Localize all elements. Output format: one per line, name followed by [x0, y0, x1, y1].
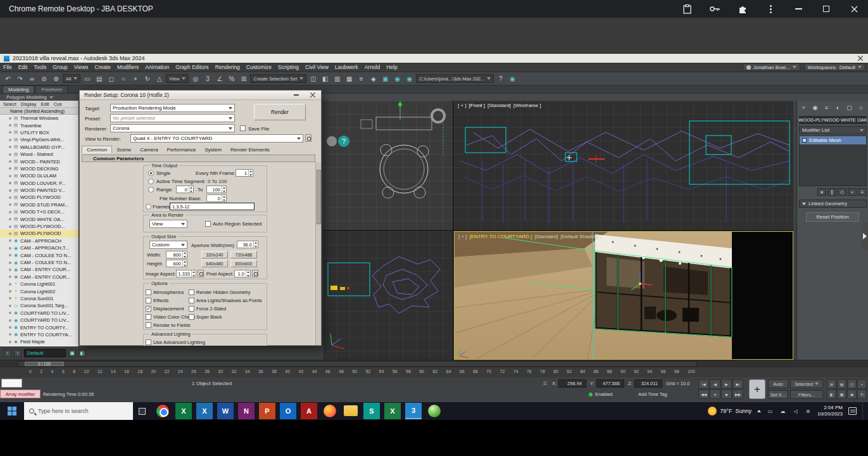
window-crossing-icon[interactable]: ○ — [118, 73, 129, 84]
view-to-render-select[interactable]: Quad 4 - ENTRY TO COURTYARD — [130, 134, 303, 142]
render-setup-tab[interactable]: Scene — [112, 146, 135, 153]
viewport-camera-label[interactable]: [ + ] [ENTRY TO COURTYARD ] [Standard] [… — [458, 234, 601, 239]
visibility-dot-icon[interactable] — [9, 225, 11, 228]
reference-coordinate-dropdown[interactable]: View — [166, 74, 189, 83]
taskbar-app-sheets[interactable]: X — [384, 403, 401, 419]
menu-item[interactable]: Graph Editors — [172, 64, 211, 70]
curve-editor-icon[interactable]: ≡ — [356, 73, 367, 84]
visibility-dot-icon[interactable] — [9, 305, 11, 307]
playback-button[interactable]: |◀ — [698, 379, 709, 389]
area-to-render-select[interactable]: View — [149, 220, 187, 228]
explorer-row[interactable]: ▤ WOOD DECKING — [0, 165, 79, 172]
playback-button[interactable]: ◀◀ — [698, 390, 709, 399]
modifier-stack-item[interactable]: Editable Mesh — [800, 136, 866, 144]
taskbar-app-corona[interactable] — [428, 405, 441, 417]
select-and-move-icon[interactable]: + — [130, 73, 141, 84]
percent-snap-icon[interactable]: % — [226, 73, 237, 84]
visibility-dot-icon[interactable] — [9, 175, 11, 177]
explorer-row[interactable]: ♣ Field Maple — [0, 338, 79, 345]
y-coordinate-field[interactable]: 477.566 — [596, 379, 624, 388]
explorer-row[interactable]: ▤ WOOD PLYWOOD — [0, 194, 79, 201]
render-setup-tab[interactable]: Camera — [135, 146, 162, 153]
explorer-row[interactable]: ◇ Corona Sun001.Targ... — [0, 302, 79, 309]
redo-icon[interactable]: ↷ — [15, 73, 25, 84]
key-icon[interactable] — [710, 4, 720, 14]
isolate-toggle-icon[interactable]: ▣ — [68, 350, 76, 357]
key-filters-button[interactable]: Filters... — [790, 390, 823, 399]
visibility-dot-icon[interactable] — [9, 290, 11, 293]
render-icon[interactable]: ◉ — [507, 73, 518, 84]
scrollbar-thumb[interactable] — [317, 170, 321, 224]
ribbon-tab-modeling[interactable]: Modeling — [3, 86, 34, 93]
explorer-menu-item[interactable]: Select — [3, 101, 16, 107]
layout-button[interactable]: ◉ — [847, 390, 857, 399]
render-production-icon[interactable]: ◉ — [404, 73, 415, 84]
clipboard-icon[interactable] — [682, 4, 692, 14]
visibility-dot-icon[interactable] — [9, 312, 11, 314]
dialog-close-button[interactable] — [309, 91, 317, 99]
width-spinner[interactable]: 800 — [166, 251, 187, 258]
range-from-spinner[interactable]: 0 — [176, 186, 194, 193]
explorer-row[interactable]: ▤ WOOD - PAINTED — [0, 158, 79, 165]
viewport-top-left[interactable]: ? — [323, 101, 453, 230]
use-pivot-center-icon[interactable]: ◎ — [190, 73, 201, 84]
visibility-dot-icon[interactable] — [9, 326, 11, 329]
playback-button[interactable]: ▶▶ — [733, 390, 743, 399]
preset-select[interactable]: No preset selected — [110, 114, 235, 122]
menu-item[interactable]: Help — [383, 64, 400, 70]
select-and-link-icon[interactable]: ∞ — [27, 73, 37, 84]
user-account-button[interactable]: Jonathan Boel... — [743, 63, 800, 71]
explorer-row[interactable]: ▤ WOOD T+G DECK... — [0, 208, 79, 215]
visibility-dot-icon[interactable] — [9, 196, 11, 199]
menu-item[interactable]: Arnold — [362, 64, 384, 70]
playback-button[interactable]: ■ — [721, 390, 732, 399]
align-icon[interactable]: ◧ — [320, 73, 330, 84]
show-desktop-button[interactable] — [862, 402, 864, 420]
bind-to-space-warp-icon[interactable]: ⊕ — [51, 73, 61, 84]
menu-item[interactable]: Tools — [30, 64, 49, 70]
linked-geometry-rollout[interactable]: Linked Geometry — [799, 200, 867, 208]
visibility-dot-icon[interactable] — [9, 189, 11, 192]
preset-800x600-button[interactable]: 800x600 — [230, 260, 257, 267]
render-setup-tab[interactable]: Common — [82, 146, 112, 153]
task-view-button[interactable] — [133, 402, 151, 420]
visibility-dot-icon[interactable] — [9, 218, 11, 220]
explorer-row[interactable]: ◉ ENTRY TO COURTYA... — [0, 331, 79, 338]
output-size-select[interactable]: Custom — [149, 241, 187, 249]
range-to-spinner[interactable]: 100 — [206, 186, 227, 193]
visibility-dot-icon[interactable] — [9, 283, 11, 286]
single-radio[interactable] — [148, 170, 154, 176]
viewport-front-label[interactable]: [ + ] [Front ] [Standard] [Wireframe ] — [458, 103, 541, 108]
file-number-base-spinner[interactable]: 0 — [206, 194, 227, 202]
maxscript-mini-listener[interactable] — [1, 379, 22, 388]
mirror-icon[interactable]: ◫ — [308, 73, 318, 84]
taskbar-search-input[interactable]: Type here to search — [24, 402, 133, 420]
set-key-button[interactable]: Set K... — [768, 390, 788, 399]
render-setup-tab[interactable]: System — [200, 146, 226, 153]
visibility-dot-icon[interactable] — [9, 167, 11, 170]
explorer-row[interactable]: ◉ CAM - COULEE TO N... — [0, 251, 79, 258]
visibility-dot-icon[interactable] — [9, 211, 11, 213]
taskbar-app-firefox[interactable] — [324, 405, 336, 417]
image-aspect-lock-icon[interactable] — [198, 270, 204, 277]
dialog-scrollbar[interactable] — [315, 162, 321, 345]
configure-modifier-sets-icon[interactable]: ≡ — [858, 188, 867, 196]
pixel-aspect-lock-icon[interactable] — [252, 270, 258, 277]
explorer-row[interactable]: ▤ WOOD WHITE OA... — [0, 215, 79, 222]
explorer-row[interactable]: * Corona Sun001 — [0, 295, 79, 302]
hierarchy-tab-icon[interactable]: ≡ — [822, 103, 831, 111]
maximize-button[interactable] — [821, 4, 831, 14]
preset-720x486-button[interactable]: 720x486 — [230, 251, 257, 258]
select-object-icon[interactable]: ▭ — [82, 73, 92, 84]
explorer-sort-header[interactable]: Name (Sorted Ascending) — [0, 108, 79, 115]
visibility-dot-icon[interactable] — [9, 124, 11, 127]
visibility-dot-icon[interactable] — [9, 160, 11, 163]
select-and-rotate-icon[interactable]: ↻ — [142, 73, 153, 84]
render-setup-icon[interactable]: ▣ — [380, 73, 391, 84]
render-hidden-geometry-checkbox[interactable] — [189, 289, 194, 295]
active-time-segment-radio[interactable] — [148, 179, 154, 184]
action-center-icon[interactable] — [848, 407, 857, 415]
save-file-checkbox[interactable] — [240, 125, 246, 131]
viewport-camera[interactable]: [ + ] [ENTRY TO COURTYARD ] [Standard] [… — [454, 231, 793, 360]
preset-640x480-button[interactable]: 640x480 — [201, 260, 228, 267]
